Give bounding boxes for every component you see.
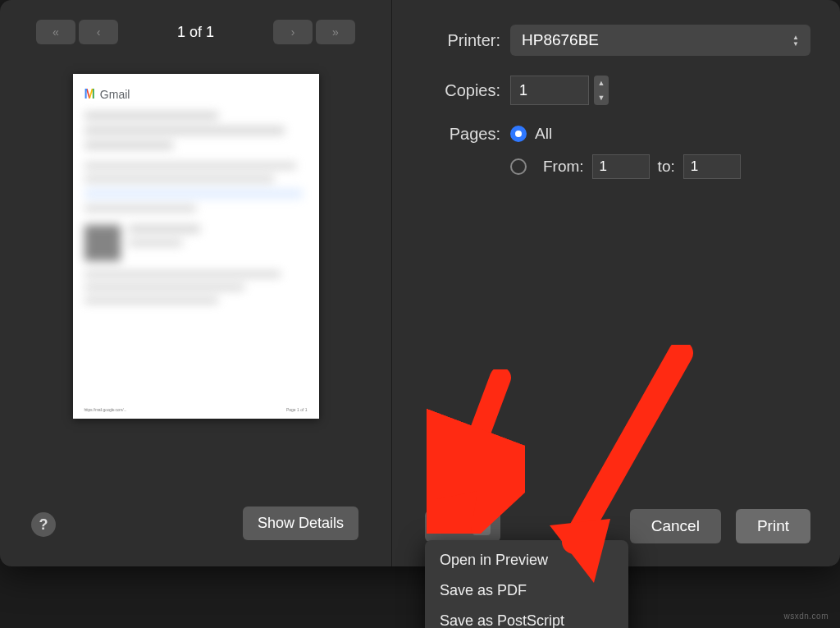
blurred-content [84, 112, 308, 304]
print-dialog: « ‹ 1 of 1 › » M Gmail [0, 0, 840, 566]
dialog-buttons: PDF ▼ Cancel Print [392, 509, 840, 543]
cancel-button[interactable]: Cancel [630, 509, 721, 543]
printer-row: Printer: HP8676BE ▲▼ [425, 25, 810, 56]
next-page-button[interactable]: › [273, 20, 313, 44]
gmail-m-icon: M [84, 87, 95, 102]
chevron-down-icon: ▼ [472, 517, 491, 535]
pages-from-input[interactable] [592, 154, 650, 179]
watermark: wsxdn.com [783, 612, 829, 621]
pdf-menu: Open in Preview Save as PDF Save as Post… [425, 540, 628, 628]
preview-nav-next-group: › » [273, 20, 355, 44]
pdf-label: PDF [435, 517, 466, 535]
prev-page-button[interactable]: ‹ [79, 20, 118, 44]
page-preview: M Gmail [73, 74, 319, 419]
stepper-down-icon: ▼ [594, 90, 609, 105]
options-pane: Printer: HP8676BE ▲▼ Copies: ▲ ▼ Pages: … [392, 0, 840, 566]
page-url-footer: https://mail.google.com/... [84, 407, 127, 412]
menu-item-open-in-preview[interactable]: Open in Preview [425, 545, 628, 575]
pages-options: All From: to: [510, 125, 741, 179]
chevron-double-left-icon: « [52, 25, 59, 39]
page-number-footer: Page 1 of 1 [286, 407, 308, 412]
menu-item-save-as-postscript[interactable]: Save as PostScript [425, 606, 628, 628]
copies-label: Copies: [425, 81, 510, 100]
copies-row: Copies: ▲ ▼ [425, 76, 810, 105]
chevron-left-icon: ‹ [97, 25, 101, 39]
question-mark-icon: ? [39, 516, 48, 534]
pages-range-option[interactable]: From: to: [510, 154, 741, 179]
pdf-dropdown-button[interactable]: PDF ▼ [425, 511, 500, 542]
stepper-up-icon: ▲ [594, 76, 609, 90]
preview-pane: « ‹ 1 of 1 › » M Gmail [0, 0, 392, 566]
printer-select[interactable]: HP8676BE ▲▼ [510, 25, 810, 56]
pages-label: Pages: [425, 125, 510, 144]
chevron-updown-icon: ▲▼ [792, 34, 799, 47]
copies-input[interactable] [510, 76, 589, 105]
gmail-label: Gmail [100, 88, 130, 101]
pages-all-label: All [535, 125, 552, 143]
pages-row: Pages: All From: to: [425, 125, 810, 179]
pages-to-input[interactable] [683, 154, 741, 179]
first-page-button[interactable]: « [36, 20, 75, 44]
gmail-logo: M Gmail [84, 87, 308, 102]
pages-to-label: to: [658, 158, 675, 176]
pages-all-option[interactable]: All [510, 125, 741, 143]
copies-stepper[interactable]: ▲ ▼ [594, 76, 609, 105]
print-button[interactable]: Print [736, 509, 810, 543]
printer-label: Printer: [425, 31, 510, 50]
chevron-double-right-icon: » [332, 25, 339, 39]
last-page-button[interactable]: » [316, 20, 355, 44]
preview-nav-prev-group: « ‹ [36, 20, 118, 44]
menu-item-save-as-pdf[interactable]: Save as PDF [425, 575, 628, 606]
printer-value: HP8676BE [522, 31, 599, 49]
page-count-label: 1 of 1 [177, 24, 214, 41]
radio-on-icon [510, 126, 527, 142]
preview-nav: « ‹ 1 of 1 › » [36, 20, 355, 44]
pages-from-label: From: [543, 158, 584, 176]
chevron-right-icon: › [291, 25, 295, 39]
help-button[interactable]: ? [31, 512, 56, 537]
radio-off-icon [510, 158, 527, 175]
show-details-button[interactable]: Show Details [243, 507, 358, 540]
